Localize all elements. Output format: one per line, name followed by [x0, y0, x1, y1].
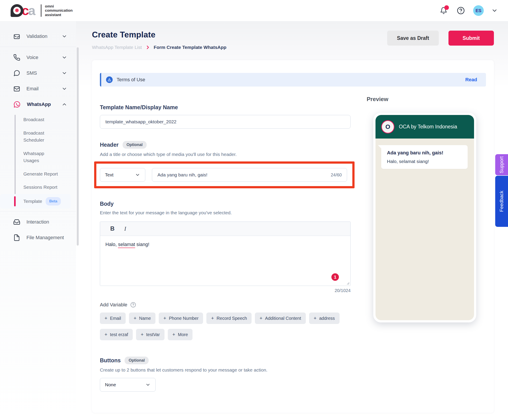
- oca-logo: ✺ c a omni communication assistant: [11, 4, 73, 17]
- variable-chip-testvar[interactable]: +testVar: [136, 329, 164, 340]
- submenu-item-broadcast[interactable]: Broadcast: [0, 113, 76, 126]
- plus-icon: +: [105, 332, 107, 337]
- header-type-value: Text: [105, 172, 113, 178]
- sidebar-item-label: Interaction: [26, 219, 49, 225]
- plus-icon: +: [163, 315, 166, 321]
- beta-badge: Beta: [46, 197, 61, 205]
- optional-badge: Optional: [123, 141, 147, 149]
- italic-button[interactable]: I: [124, 225, 126, 232]
- variable-chip-address[interactable]: +address: [309, 312, 340, 324]
- chevron-down-icon: [61, 34, 67, 39]
- feedback-tab[interactable]: Feedback: [495, 176, 508, 227]
- buttons-type-select[interactable]: None: [100, 378, 156, 391]
- logo-tagline-line: assistant: [45, 13, 73, 17]
- plus-icon: +: [260, 315, 262, 321]
- save-as-draft-button[interactable]: Save as Draft: [387, 31, 439, 46]
- header-type-select[interactable]: Text: [100, 168, 145, 182]
- chevron-down-icon: [135, 172, 140, 178]
- topbar: ✺ c a omni communication assistant: [0, 0, 508, 21]
- variable-chip-more[interactable]: +More: [168, 329, 193, 340]
- red-annotation-box: Text 24/60: [94, 161, 355, 188]
- body-editor: B I Halo, selamat siang! 1: [100, 222, 351, 286]
- chip-label: address: [319, 316, 335, 321]
- form-column: Template Name/Display Name Header Option…: [100, 96, 351, 391]
- submenu-item-label: Sessions Report: [23, 184, 57, 191]
- buttons-type-value: None: [105, 382, 116, 387]
- chevron-up-icon: [61, 101, 67, 107]
- chat-bubble-icon: [13, 70, 20, 77]
- oca-logo-word: ✺ c a: [11, 4, 36, 17]
- sidebar-item-label: Voice: [26, 55, 38, 60]
- variable-chip-additional-content[interactable]: +Additional Content: [255, 312, 306, 324]
- variable-chip-name[interactable]: +Name: [129, 312, 156, 324]
- support-tab[interactable]: Support: [495, 154, 508, 175]
- variable-chip-test-erzaf[interactable]: +test erzaf: [100, 329, 133, 340]
- submenu-item-template-active[interactable]: Template Beta: [0, 194, 71, 209]
- bold-button[interactable]: B: [110, 225, 115, 232]
- body-text: Halo,: [105, 242, 118, 247]
- sidebar-item-email[interactable]: Email: [0, 81, 76, 96]
- misspelled-word: selamat: [118, 242, 135, 248]
- whatsapp-preview-phone: O OCA by Telkom Indonesia Ada yang baru …: [373, 113, 476, 322]
- body-text-area[interactable]: Halo, selamat siang! 1: [100, 236, 350, 286]
- chevron-down-icon: [145, 382, 151, 387]
- submenu-item-broadcast-scheduler[interactable]: Broadcast Scheduler: [0, 126, 76, 147]
- sidebar-item-file-management[interactable]: File Management: [0, 230, 76, 245]
- error-count-badge[interactable]: 1: [331, 273, 339, 281]
- page-actions: Save as Draft Submit: [387, 31, 494, 46]
- page-header: Create Template WhatsApp Template List F…: [92, 21, 494, 50]
- variable-chip-email[interactable]: +Email: [100, 312, 126, 324]
- buttons-description: Create up to 2 buttons that let customer…: [100, 367, 351, 373]
- help-button[interactable]: [456, 6, 466, 15]
- logo-divider: [41, 4, 41, 17]
- plus-icon: +: [314, 315, 317, 321]
- body-description: Enter the text for your message in the l…: [100, 210, 351, 215]
- header-description: Add a title or choose which type of medi…: [100, 152, 351, 157]
- preview-column: Preview O OCA by Telkom Indonesia Ada ya…: [367, 96, 486, 391]
- chip-label: Name: [139, 316, 151, 321]
- editor-toolbar: B I: [100, 222, 350, 236]
- file-icon: [13, 234, 20, 241]
- sidebar-item-voice[interactable]: Voice: [0, 50, 76, 65]
- help-icon: [457, 7, 465, 14]
- template-name-input[interactable]: [100, 115, 351, 129]
- message-body-text: Halo, selamat siang!: [387, 159, 462, 164]
- sidebar-scrollbar[interactable]: [77, 47, 79, 246]
- account-chevron-down-icon[interactable]: [491, 7, 498, 14]
- oca-logo-flower-icon: ✺: [13, 7, 21, 14]
- header-text-input[interactable]: [152, 168, 347, 182]
- chevron-down-icon: [61, 55, 67, 60]
- submenu-item-label: Template: [23, 198, 42, 205]
- sidebar-item-sms[interactable]: SMS: [0, 65, 76, 81]
- header-section: Header Optional Add a title or choose wh…: [100, 141, 351, 188]
- logo-letter-a: a: [28, 4, 35, 17]
- submit-button[interactable]: Submit: [448, 31, 494, 46]
- submenu-item-generate-report[interactable]: Generate Report: [0, 167, 76, 181]
- question-circle-icon[interactable]: [130, 302, 136, 308]
- buttons-heading: Buttons: [100, 357, 121, 364]
- user-avatar[interactable]: ES: [473, 5, 484, 16]
- active-indicator: [14, 196, 16, 206]
- oca-logo-bubble-icon: ✺: [11, 4, 23, 17]
- variable-chip-record-speech[interactable]: +Record Speech: [206, 312, 252, 324]
- submenu-item-sessions-report[interactable]: Sessions Report: [0, 181, 76, 194]
- sidebar-item-validation[interactable]: Validation: [0, 29, 76, 44]
- plus-icon: +: [172, 332, 175, 337]
- breadcrumb-link-template-list[interactable]: WhatsApp Template List: [92, 45, 142, 50]
- sidebar-item-interaction[interactable]: Interaction: [0, 214, 76, 230]
- submenu-item-whatsapp-usages[interactable]: Whatsapp Usages: [0, 147, 76, 167]
- sidebar-item-whatsapp[interactable]: WhatsApp: [0, 96, 76, 112]
- inbox-icon: [13, 218, 20, 225]
- sidebar-divider: [0, 47, 76, 47]
- variable-chip-phone-number[interactable]: +Phone Number: [159, 312, 203, 324]
- notifications-button[interactable]: [439, 6, 448, 15]
- terms-of-use-label: Terms of Use: [117, 77, 145, 83]
- whatsapp-preview-chat: Ada yang baru nih, gais! Halo, selamat s…: [375, 138, 474, 320]
- terms-read-link[interactable]: Read: [465, 77, 477, 83]
- sidebar-item-label: SMS: [26, 70, 37, 76]
- plus-icon: +: [134, 315, 136, 321]
- chevron-down-icon: [61, 70, 67, 76]
- logo-tagline: omni communication assistant: [45, 4, 73, 17]
- resize-handle-icon[interactable]: [346, 282, 350, 285]
- chevron-down-icon: [61, 86, 67, 92]
